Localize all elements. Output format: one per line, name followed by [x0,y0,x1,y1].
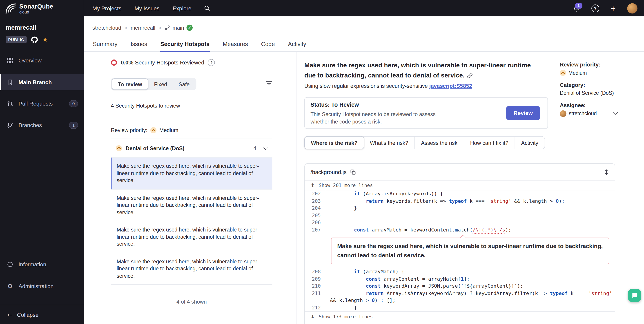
tab-code[interactable]: Code [261,36,275,52]
expand-down-icon: ↧ [310,314,314,320]
code-text: } [326,205,615,212]
chevron-down-icon [264,145,268,150]
shown-count-text: 4 of 4 shown [111,299,272,305]
tab-how-can-i-fix-it[interactable]: How can I fix it? [464,136,515,149]
sidebar-item-branches[interactable]: Branches 1 [0,117,84,133]
sidebar-item-label: Branches [18,122,42,128]
sonarqube-app: SonarQube cloud memrecall PUBLIC ★ Overv… [0,0,644,324]
branch-name: main [173,25,184,31]
sonarqube-logo[interactable]: SonarQube cloud [5,3,53,14]
code-line: 204 } [305,205,615,212]
gear-icon: ⚙ [6,283,14,290]
nav-my-projects[interactable]: My Projects [92,5,122,11]
line-number: 202 [305,190,326,198]
assignee-dropdown[interactable]: stretchcloud [560,110,617,117]
tab-activity[interactable]: Activity [515,136,544,149]
code-text: const keywordArray = JSON.parse(`[${arra… [326,283,615,290]
sidebar-item-administration[interactable]: ⚙ Administration [0,278,84,294]
code-viewer: /background.js ↥ Show 201 more lines 202… [304,163,615,324]
priority-medium-icon [150,127,156,133]
tab-activity[interactable]: Activity [288,36,306,52]
breadcrumb-project[interactable]: memrecall [130,25,155,31]
review-priority-label: Review priority: [111,127,147,133]
sidebar-item-label: Information [18,261,46,267]
code-line: 212 } [305,304,615,312]
plus-icon[interactable]: + [611,4,616,12]
sidebar-item-information[interactable]: Information [0,256,84,272]
code-text: const arrayContent = arrayMatch[1]; [326,276,615,283]
line-number: 210 [305,283,326,290]
user-avatar[interactable] [627,3,638,13]
project-sidebar: SonarQube cloud memrecall PUBLIC ★ Overv… [0,0,84,324]
tab-assess-the-risk[interactable]: Assess the risk [415,136,464,149]
copy-icon[interactable] [350,169,356,175]
meta-assignee-label: Assignee: [560,102,617,108]
breadcrumb-org[interactable]: stretchcloud [92,25,121,31]
tab-where-is-the-risk[interactable]: Where is the risk? [304,136,364,149]
sidebar-item-overview[interactable]: Overview [0,52,84,68]
branches-count-badge: 1 [69,122,78,129]
reviewed-label: Security Hotspots Reviewed [135,59,204,65]
filter-fixed[interactable]: Fixed [148,79,173,90]
github-icon[interactable] [31,36,38,43]
help-icon[interactable]: ? [592,4,599,12]
category-group-count: 4 [253,145,256,151]
category-group-header[interactable]: Denial of Service (DoS) 4 [111,139,272,157]
inline-warning-row: Make sure the regex used here, which is … [305,236,615,264]
hotspot-list-item[interactable]: Make sure the regex used here, which is … [111,189,272,221]
filter-to-review[interactable]: To review [112,78,148,90]
reviewed-metric-row: 0.0% Security Hotspots Reviewed ? [111,59,215,66]
expand-code-icon[interactable] [604,169,609,175]
pull-requests-count-badge: 0 [69,100,78,107]
tab-security-hotspots[interactable]: Security Hotspots [160,36,210,52]
permalink-icon[interactable] [467,72,473,78]
filter-safe[interactable]: Safe [173,79,195,90]
branch-icon [165,25,170,30]
meta-category-value: Denial of Service (DoS) [560,90,617,96]
meta-priority-value: Medium [568,70,587,76]
quality-gate-passed-icon: ✓ [186,25,193,31]
show-more-lines-top[interactable]: ↥ Show 201 more lines [305,180,615,190]
hotspot-detail-panel: Make sure the regex used here, which is … [296,52,644,324]
priority-medium-icon [116,145,122,151]
priority-medium-icon [560,70,566,76]
favorite-star-icon[interactable]: ★ [42,37,48,43]
code-text: } [326,304,615,312]
line-number: 206 [305,219,326,226]
sidebar-collapse-button[interactable]: ← Collapse [0,305,84,324]
nav-my-issues[interactable]: My Issues [134,5,159,11]
expand-up-icon: ↥ [310,182,314,188]
hotspot-list-item[interactable]: Make sure the regex used here, which is … [111,221,272,253]
hotspots-count-text: 4 Security Hotspots to review [111,103,180,109]
code-line: 207 const arrayMatch = keywordContent.ma… [305,226,615,234]
rule-key-link[interactable]: javascript:S5852 [429,83,472,89]
code-line: 208 if (arrayMatch) { [305,268,615,276]
code-line: 209 const arrayContent = arrayMatch[1]; [305,276,615,283]
tab-measures[interactable]: Measures [222,36,248,52]
status-card: Status: To Review This Security Hotspot … [304,97,548,129]
meta-category-label: Category: [560,82,617,88]
tab-issues[interactable]: Issues [130,36,148,52]
code-line: 203 return keywords.filter(k => typeof k… [305,198,615,205]
tab-whats-the-risk[interactable]: What's the risk? [364,136,415,149]
branch-selector[interactable]: main ✓ [165,25,193,31]
sidebar-item-pull-requests[interactable]: Pull Requests 0 [0,95,84,112]
filter-icon[interactable] [266,80,272,86]
review-button[interactable]: Review [506,106,540,120]
hotspot-list-item[interactable]: Make sure the regex used here, which is … [111,158,272,190]
tab-summary[interactable]: Summary [92,36,118,52]
sidebar-item-main-branch[interactable]: Main Branch [0,74,84,90]
search-icon[interactable] [204,5,210,11]
nav-explore[interactable]: Explore [173,5,192,11]
hotspot-inline-message[interactable]: Make sure the regex used here, which is … [331,238,609,264]
code-lines: 202 if (Array.isArray(keywords)) {203 re… [305,190,615,312]
risk-tabs: Where is the risk? What's the risk? Asse… [304,136,545,149]
notifications-bell-icon[interactable]: 1 [573,5,580,12]
show-more-lines-bottom[interactable]: ↧ Show 173 more lines [305,312,615,321]
code-text: if (arrayMatch) { [326,268,615,276]
reviewed-help-icon[interactable]: ? [208,59,215,66]
line-number: 211 [305,290,326,304]
hotspot-list-item[interactable]: Make sure the regex used here, which is … [111,253,272,285]
code-line: 206 [305,219,615,226]
chat-widget-button[interactable] [628,289,641,302]
